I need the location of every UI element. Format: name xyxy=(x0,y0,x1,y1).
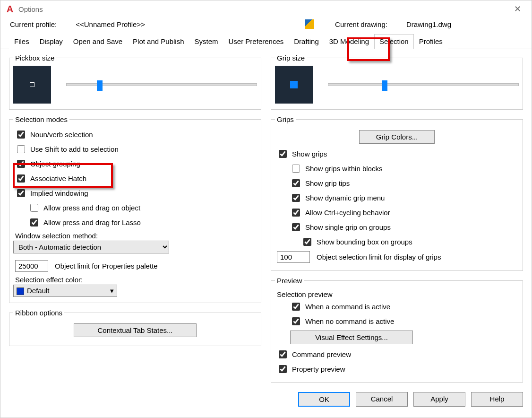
grip-size-legend: Grip size xyxy=(275,54,307,62)
grip-square-icon xyxy=(290,81,298,88)
chk-implied-windowing-label: Implied windowing xyxy=(30,189,88,197)
chk-dynamic-grip-menu-label: Show dynamic grip menu xyxy=(305,194,385,202)
chk-when-no-command-active[interactable]: When no command is active xyxy=(275,314,519,329)
apply-button[interactable]: Apply xyxy=(413,392,465,407)
help-button[interactable]: Help xyxy=(471,392,523,407)
tab-display[interactable]: Display xyxy=(34,34,68,49)
drawing-icon xyxy=(305,19,314,29)
chk-press-drag-lasso-box[interactable] xyxy=(30,218,38,226)
selection-effect-color-label: Selection effect color: xyxy=(13,274,257,285)
chk-dynamic-grip-menu[interactable]: Show dynamic grip menu xyxy=(275,191,519,205)
chk-show-grips[interactable]: Show grips xyxy=(275,147,519,161)
app-icon: A xyxy=(5,4,15,14)
chk-noun-verb-label: Noun/verb selection xyxy=(30,131,93,139)
chk-shift-add-box[interactable] xyxy=(17,145,25,153)
chk-command-preview[interactable]: Command preview xyxy=(275,347,519,362)
chk-shift-add-label: Use Shift to add to selection xyxy=(30,145,119,153)
tabs: FilesDisplayOpen and SavePlot and Publis… xyxy=(0,34,532,49)
chk-associative-hatch-label: Associative Hatch xyxy=(30,174,86,183)
chk-implied-windowing-box[interactable] xyxy=(17,189,25,197)
window-selection-method-combo[interactable]: Both - Automatic detection xyxy=(13,241,169,253)
grips-legend: Grips xyxy=(275,115,296,123)
chk-single-grip-groups[interactable]: Show single grip on groups xyxy=(275,220,519,235)
chk-grips-within-blocks[interactable]: Show grips within blocks xyxy=(275,161,519,176)
chk-object-grouping-label: Object grouping xyxy=(30,160,80,168)
tab-files[interactable]: Files xyxy=(9,34,34,49)
tab-user-preferences[interactable]: User Preferences xyxy=(223,34,289,49)
grip-size-slider-thumb[interactable] xyxy=(382,80,387,91)
contextual-tab-states-button[interactable]: Contextual Tab States... xyxy=(74,323,197,337)
chk-shift-add[interactable]: Use Shift to add to selection xyxy=(13,142,257,157)
pickbox-legend: Pickbox size xyxy=(13,54,56,62)
ribbon-options-group: Ribbon options Contextual Tab States... xyxy=(9,309,261,346)
grip-object-limit-input[interactable] xyxy=(277,251,310,263)
chk-property-preview[interactable]: Property preview xyxy=(275,362,519,376)
tab-selection[interactable]: Selection xyxy=(374,34,414,49)
chk-when-no-command-active-box[interactable] xyxy=(292,317,300,325)
tab-3d-modeling[interactable]: 3D Modeling xyxy=(324,34,374,49)
chk-property-preview-box[interactable] xyxy=(279,365,287,373)
chk-bbox-groups[interactable]: Show bounding box on groups xyxy=(275,235,519,249)
titlebar: A Options ✕ xyxy=(0,0,532,17)
left-column: Pickbox size Selection modes Noun/verb s… xyxy=(9,54,261,383)
chk-implied-windowing[interactable]: Implied windowing xyxy=(13,186,257,200)
chk-noun-verb[interactable]: Noun/verb selection xyxy=(13,127,257,142)
chk-dynamic-grip-menu-box[interactable] xyxy=(292,194,300,202)
close-icon[interactable]: ✕ xyxy=(508,4,527,14)
chk-press-drag-object-label: Allow press and drag on object xyxy=(43,204,140,212)
tab-drafting[interactable]: Drafting xyxy=(289,34,324,49)
chk-bbox-groups-label: Show bounding box on groups xyxy=(317,238,412,246)
tab-system[interactable]: System xyxy=(189,34,223,49)
selection-effect-color-combo[interactable]: Default ▾ xyxy=(13,285,117,297)
chk-when-command-active-box[interactable] xyxy=(292,303,300,311)
chk-ctrl-cycling[interactable]: Allow Ctrl+cycling behavior xyxy=(275,205,519,220)
chk-press-drag-object[interactable]: Allow press and drag on object xyxy=(13,200,257,215)
chk-grips-within-blocks-box[interactable] xyxy=(292,165,300,173)
pickbox-preview xyxy=(13,66,51,104)
tab-profiles[interactable]: Profiles xyxy=(414,34,448,49)
chk-grip-tips[interactable]: Show grip tips xyxy=(275,176,519,191)
chk-command-preview-box[interactable] xyxy=(279,350,287,358)
chk-ctrl-cycling-box[interactable] xyxy=(292,209,300,217)
chk-noun-verb-box[interactable] xyxy=(17,131,25,139)
chk-grip-tips-box[interactable] xyxy=(292,179,300,187)
preview-group: Preview Selection preview When a command… xyxy=(271,277,523,383)
tab-open-and-save[interactable]: Open and Save xyxy=(68,34,128,49)
chk-show-grips-label: Show grips xyxy=(292,150,327,158)
chk-ctrl-cycling-label: Allow Ctrl+cycling behavior xyxy=(305,209,390,217)
chk-press-drag-lasso[interactable]: Allow press and drag for Lasso xyxy=(13,215,257,230)
tab-plot-and-publish[interactable]: Plot and Publish xyxy=(128,34,189,49)
preview-legend: Preview xyxy=(275,277,304,285)
chk-object-grouping-box[interactable] xyxy=(17,160,25,168)
object-limit-label: Object limit for Properties palette xyxy=(55,262,158,270)
chk-show-grips-box[interactable] xyxy=(279,150,287,158)
grips-group: Grips Grip Colors... Show grips Show gri… xyxy=(271,115,523,271)
ok-button[interactable]: OK xyxy=(298,392,350,407)
chk-when-command-active[interactable]: When a command is active xyxy=(275,299,519,314)
chk-command-preview-label: Command preview xyxy=(292,350,351,358)
object-limit-input[interactable] xyxy=(15,260,48,272)
chk-bbox-groups-box[interactable] xyxy=(303,238,311,246)
grip-colors-button[interactable]: Grip Colors... xyxy=(359,130,435,144)
cancel-button[interactable]: Cancel xyxy=(356,392,408,407)
chk-property-preview-label: Property preview xyxy=(292,365,345,373)
visual-effect-settings-button[interactable]: Visual Effect Settings... xyxy=(290,331,413,344)
current-profile-label: Current profile: xyxy=(10,20,57,28)
chk-single-grip-groups-box[interactable] xyxy=(292,223,300,231)
pickbox-square-icon xyxy=(30,82,34,87)
pickbox-slider[interactable] xyxy=(66,83,257,86)
pickbox-slider-thumb[interactable] xyxy=(97,80,103,91)
chk-press-drag-object-box[interactable] xyxy=(30,204,38,212)
current-drawing-label: Current drawing: xyxy=(335,20,387,28)
chk-associative-hatch[interactable]: Associative Hatch xyxy=(13,171,257,186)
profile-row: Current profile: <<Unnamed Profile>> Cur… xyxy=(0,17,532,34)
ribbon-legend: Ribbon options xyxy=(13,309,64,317)
chk-associative-hatch-box[interactable] xyxy=(17,174,25,183)
grip-object-limit-label: Object selection limit for display of gr… xyxy=(317,253,441,261)
chk-single-grip-groups-label: Show single grip on groups xyxy=(305,223,391,231)
grip-size-slider[interactable] xyxy=(328,83,519,86)
window-title: Options xyxy=(18,5,43,13)
grip-preview xyxy=(275,66,313,104)
right-column: Grip size Grips Grip Colors... Show grip… xyxy=(271,54,523,383)
chk-object-grouping[interactable]: Object grouping xyxy=(13,157,257,171)
